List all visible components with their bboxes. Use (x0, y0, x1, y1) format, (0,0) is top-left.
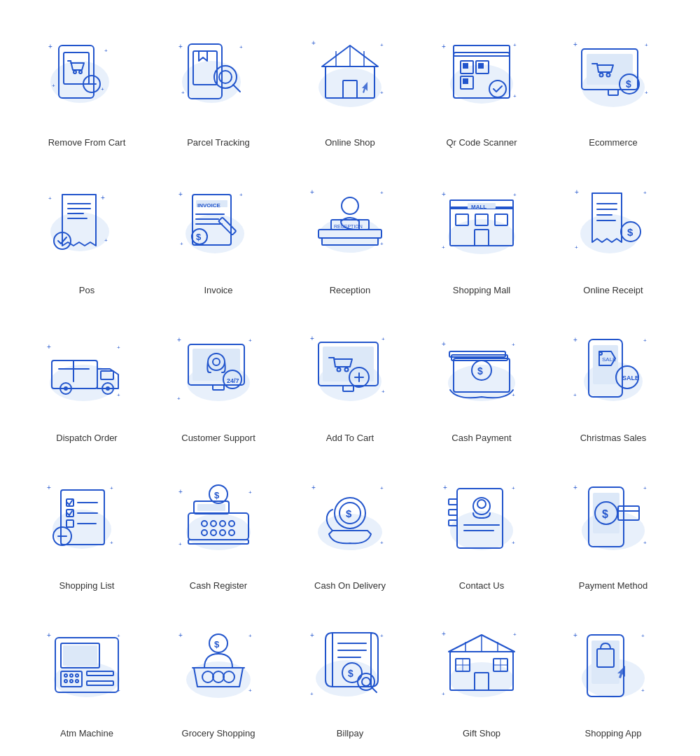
icon-box: + + + (426, 21, 538, 133)
icon-label-qr-code-scanner: Qr Code Scanner (446, 137, 517, 148)
svg-text:+: + (101, 194, 105, 202)
svg-point-179 (186, 514, 251, 550)
icon-item-ecommerce: $ + + + Ecommerce (547, 14, 679, 155)
icon-box: 24/7 + + + (162, 316, 274, 428)
svg-text:+: + (442, 43, 446, 50)
svg-point-210 (477, 500, 486, 508)
svg-text:+: + (248, 337, 252, 344)
svg-text:+: + (382, 388, 385, 395)
svg-rect-38 (463, 78, 468, 84)
svg-text:$: $ (214, 639, 220, 650)
icon-label-cash-register: Cash Register (190, 580, 247, 591)
svg-text:+: + (442, 340, 446, 348)
icon-item-add-to-cart: + + + Add To Cart (284, 309, 416, 450)
svg-text:+: + (575, 244, 578, 251)
svg-text:+: + (48, 195, 52, 202)
icon-item-online-shop: + + + Online Shop (284, 14, 416, 155)
svg-text:+: + (573, 336, 578, 344)
svg-rect-182 (197, 504, 225, 511)
icon-label-pos: Pos (79, 285, 94, 295)
svg-point-113 (64, 386, 68, 391)
svg-text:+: + (48, 43, 52, 50)
icon-label-christmas-sales: Christmas Sales (580, 433, 647, 443)
svg-text:+: + (178, 631, 183, 639)
svg-text:+: + (117, 392, 120, 398)
svg-text:+: + (310, 335, 314, 342)
svg-text:+: + (239, 192, 243, 198)
svg-rect-229 (63, 645, 97, 666)
icon-box: $ + + + (294, 464, 406, 576)
svg-point-65 (186, 214, 244, 253)
svg-point-78 (318, 218, 382, 253)
icon-item-payment-method: $ + + + Payment Method (547, 457, 679, 598)
svg-text:+: + (117, 633, 120, 639)
svg-text:+: + (52, 83, 55, 89)
icon-item-reception: RECEPTION + + + Reception (284, 162, 416, 302)
svg-text:RECEPTION: RECEPTION (334, 224, 363, 229)
svg-text:+: + (512, 540, 515, 546)
svg-text:+: + (442, 244, 445, 251)
svg-rect-32 (454, 46, 510, 56)
svg-rect-206 (449, 499, 457, 505)
svg-text:+: + (110, 485, 113, 491)
icon-box: + + + (557, 612, 669, 724)
icon-box: $ + + + (426, 316, 538, 428)
icon-box: + + + (426, 464, 538, 576)
icon-label-contact-us: Contact Us (459, 580, 504, 591)
svg-text:$: $ (626, 78, 631, 90)
icon-label-dispatch-order: Dispatch Order (56, 433, 117, 443)
icon-item-shopping-app: + + + Shopping App (547, 605, 679, 746)
svg-rect-282 (592, 640, 620, 684)
icon-item-parcel-tracking: + + + Parcel Tracking (153, 14, 284, 155)
svg-text:+: + (512, 392, 515, 398)
svg-text:+: + (178, 541, 182, 547)
icon-item-gift-shop: + + + Gift Shop (416, 605, 547, 746)
icon-box: + + + (426, 612, 538, 724)
svg-text:+: + (178, 190, 183, 198)
icon-label-parcel-tracking: Parcel Tracking (187, 137, 250, 148)
icon-label-add-to-cart: Add To Cart (326, 433, 374, 443)
svg-text:+: + (47, 484, 51, 491)
svg-text:+: + (641, 633, 645, 639)
icon-box: INVOICE $ + + + (162, 169, 274, 281)
svg-text:+: + (47, 631, 51, 639)
svg-text:+: + (248, 633, 252, 639)
svg-text:+: + (513, 631, 517, 638)
svg-text:+: + (443, 484, 447, 491)
svg-text:+: + (47, 343, 51, 351)
icon-box: $ + + + (162, 612, 274, 724)
svg-rect-135 (323, 346, 374, 382)
icon-item-billpay: $ + + + Billpay (284, 605, 416, 746)
icon-label-atm-machine: Atm Machine (60, 728, 113, 738)
svg-text:$: $ (627, 226, 634, 238)
svg-text:+: + (110, 540, 113, 546)
icon-item-remove-from-cart: + + + + Remove From Cart (21, 14, 153, 155)
svg-text:+: + (513, 93, 517, 99)
svg-text:+: + (512, 485, 515, 491)
icon-label-shopping-app: Shopping App (585, 728, 642, 738)
icon-item-pos: + + + Pos (21, 162, 153, 302)
icon-box: + + + (162, 21, 274, 133)
icon-label-payment-method: Payment Method (579, 580, 648, 591)
svg-text:+: + (442, 630, 446, 638)
svg-text:+: + (643, 337, 647, 344)
icon-item-christmas-sales: SALE SALE + + + Christmas Sales (547, 309, 679, 450)
svg-text:+: + (239, 44, 243, 50)
icon-box: + + + (294, 21, 406, 133)
svg-text:+: + (177, 336, 181, 344)
icon-item-online-receipt: $ + + + Online Receipt (547, 162, 679, 302)
svg-text:+: + (248, 489, 252, 496)
svg-text:+: + (310, 691, 314, 697)
icon-box: + + + (31, 169, 143, 281)
icon-item-cash-on-delivery: $ + + + Cash On Delivery (284, 457, 416, 598)
svg-text:+: + (380, 485, 384, 491)
icon-box: + + + (294, 316, 406, 428)
svg-text:+: + (310, 188, 314, 196)
svg-text:+: + (380, 90, 384, 96)
svg-text:+: + (575, 188, 579, 196)
svg-text:+: + (573, 392, 577, 398)
icons-grid: + + + + Remove From Cart (21, 14, 679, 746)
icon-label-remove-from-cart: Remove From Cart (48, 137, 126, 148)
svg-text:$: $ (214, 490, 220, 500)
icon-box: $ + + + (557, 169, 669, 281)
